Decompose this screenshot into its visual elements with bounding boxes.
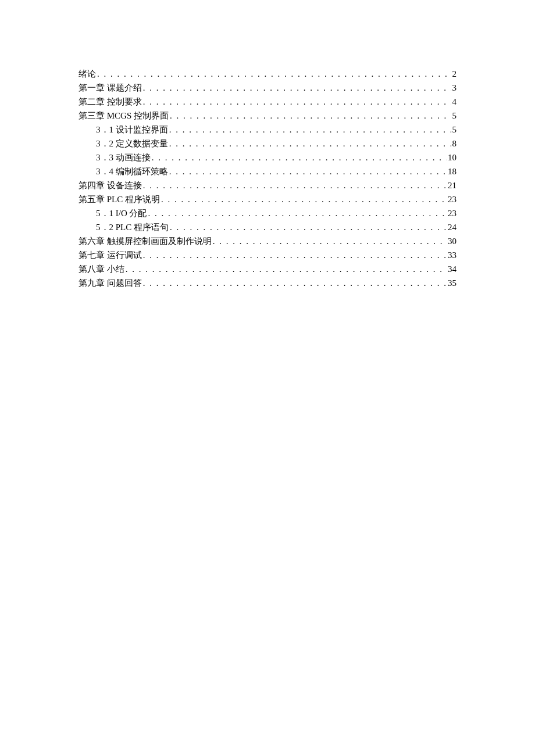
toc-leader-dots: . . . . . . . . . . . . . . . . . . . . …: [143, 95, 451, 109]
toc-entry-label: 3．3 动画连接: [96, 151, 151, 164]
toc-leader-dots: . . . . . . . . . . . . . . . . . . . . …: [161, 192, 447, 206]
toc-page-number: 30: [448, 234, 456, 248]
toc-page-number: 24: [448, 220, 456, 234]
toc-row: 第四章 设备连接. . . . . . . . . . . . . . . . …: [79, 178, 456, 192]
toc-leader-dots: . . . . . . . . . . . . . . . . . . . . …: [148, 206, 447, 220]
toc-row: 第二章 控制要求. . . . . . . . . . . . . . . . …: [79, 95, 456, 109]
toc-leader-dots: . . . . . . . . . . . . . . . . . . . . …: [126, 262, 447, 276]
toc-entry-label: 3．1 设计监控界面: [96, 123, 168, 137]
toc-leader-dots: . . . . . . . . . . . . . . . . . . . . …: [213, 234, 447, 248]
toc-row: 第六章 触摸屏控制画面及制作说明. . . . . . . . . . . . …: [79, 234, 456, 248]
toc-page-number: 23: [448, 192, 456, 206]
toc-entry-label: 第三章 MCGS 控制界面: [79, 109, 169, 123]
toc-entry-label: 第九章 问题回答: [79, 276, 142, 290]
toc-leader-dots: . . . . . . . . . . . . . . . . . . . . …: [169, 137, 451, 151]
toc-row: 3．1 设计监控界面. . . . . . . . . . . . . . . …: [79, 123, 456, 137]
toc-entry-label: 第六章 触摸屏控制画面及制作说明: [79, 234, 212, 248]
toc-leader-dots: . . . . . . . . . . . . . . . . . . . . …: [169, 164, 447, 178]
toc-entry-label: 5．1 I/O 分配: [96, 206, 147, 220]
toc-row: 3．4 编制循环策略. . . . . . . . . . . . . . . …: [79, 164, 456, 178]
toc-leader-dots: . . . . . . . . . . . . . . . . . . . . …: [143, 276, 447, 290]
toc-leader-dots: . . . . . . . . . . . . . . . . . . . . …: [152, 151, 447, 164]
toc-row: 第三章 MCGS 控制界面. . . . . . . . . . . . . .…: [79, 109, 456, 123]
toc-page-number: 4: [452, 95, 457, 109]
toc-leader-dots: . . . . . . . . . . . . . . . . . . . . …: [170, 220, 447, 234]
toc-row: 第九章 问题回答. . . . . . . . . . . . . . . . …: [79, 276, 456, 290]
toc-entry-label: 3．4 编制循环策略: [96, 164, 168, 178]
toc-leader-dots: . . . . . . . . . . . . . . . . . . . . …: [143, 248, 447, 262]
toc-leader-dots: . . . . . . . . . . . . . . . . . . . . …: [143, 81, 451, 95]
toc-entry-label: 第七章 运行调试: [79, 248, 142, 262]
toc-page-number: 8: [452, 137, 457, 151]
toc-entry-label: 3．2 定义数据变量: [96, 137, 168, 151]
toc-page-number: 18: [448, 164, 456, 178]
toc-page-number: 3: [452, 81, 457, 95]
toc-row: 第五章 PLC 程序说明. . . . . . . . . . . . . . …: [79, 192, 456, 206]
toc-page-number: 35: [448, 276, 456, 290]
toc-entry-label: 5．2 PLC 程序语句: [96, 220, 169, 234]
toc-row: 5．1 I/O 分配. . . . . . . . . . . . . . . …: [79, 206, 456, 220]
toc-row: 第八章 小结. . . . . . . . . . . . . . . . . …: [79, 262, 456, 276]
toc-entry-label: 第一章 课题介绍: [79, 81, 142, 95]
toc-row: 绪论. . . . . . . . . . . . . . . . . . . …: [79, 67, 456, 81]
toc-page-number: 10: [448, 151, 456, 164]
toc-row: 第一章 课题介绍. . . . . . . . . . . . . . . . …: [79, 81, 456, 95]
toc-leader-dots: . . . . . . . . . . . . . . . . . . . . …: [170, 109, 451, 123]
toc-row: 第七章 运行调试. . . . . . . . . . . . . . . . …: [79, 248, 456, 262]
toc-page-number: 34: [448, 262, 456, 276]
toc-page-number: 5: [452, 123, 457, 137]
toc-row: 5．2 PLC 程序语句. . . . . . . . . . . . . . …: [79, 220, 456, 234]
toc-page-number: 33: [448, 248, 456, 262]
toc-entry-label: 第二章 控制要求: [79, 95, 142, 109]
toc-entry-label: 第五章 PLC 程序说明: [79, 192, 160, 206]
toc-page-number: 5: [452, 109, 457, 123]
toc-page-number: 21: [448, 178, 456, 192]
toc-leader-dots: . . . . . . . . . . . . . . . . . . . . …: [143, 178, 447, 192]
toc-page-number: 23: [448, 206, 456, 220]
toc-row: 3．3 动画连接. . . . . . . . . . . . . . . . …: [79, 151, 456, 164]
toc-entry-label: 第四章 设备连接: [79, 178, 142, 192]
toc-leader-dots: . . . . . . . . . . . . . . . . . . . . …: [97, 67, 451, 81]
toc-page-number: 2: [452, 67, 457, 81]
toc-leader-dots: . . . . . . . . . . . . . . . . . . . . …: [169, 123, 451, 137]
toc-entry-label: 绪论: [79, 67, 96, 81]
toc-entry-label: 第八章 小结: [79, 262, 124, 276]
table-of-contents: 绪论. . . . . . . . . . . . . . . . . . . …: [79, 67, 456, 290]
toc-row: 3．2 定义数据变量. . . . . . . . . . . . . . . …: [79, 137, 456, 151]
